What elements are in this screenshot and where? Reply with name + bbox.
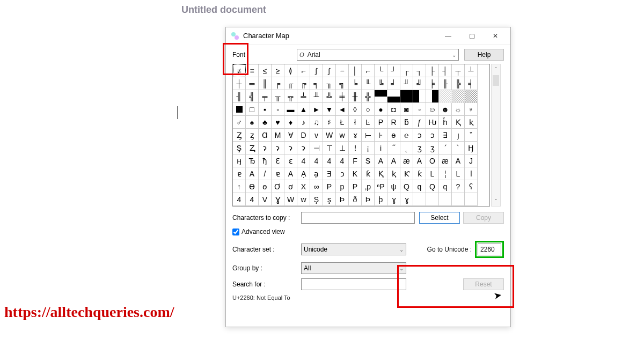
char-cell[interactable]: Ɵ [246,180,259,193]
char-cell[interactable]: 4 [323,154,336,167]
char-cell[interactable]: ▲ [297,103,310,116]
char-cell[interactable] [233,103,246,116]
char-cell[interactable]: ǃ [349,142,362,154]
char-cell[interactable]: ● [375,103,387,116]
char-cell[interactable]: ╕ [310,77,323,90]
char-cell[interactable]: ⌐ [297,64,310,77]
char-cell[interactable]: ⊤ [323,142,336,154]
char-cell[interactable]: ƒ [413,116,426,129]
char-cell[interactable] [310,206,323,207]
char-cell[interactable]: ┬ [452,64,465,77]
char-cell[interactable] [465,193,478,206]
char-cell[interactable]: Ⱪ [375,167,387,180]
char-cell[interactable]: ȷ [452,129,465,142]
char-cell[interactable]: ⱪ [465,116,478,129]
char-cell[interactable] [297,206,310,207]
char-cell[interactable]: ╥ [272,90,284,103]
minimize-button[interactable]: — [436,28,460,44]
char-cell[interactable]: ╞ [426,77,439,90]
char-cell[interactable]: 4 [310,154,323,167]
char-cell[interactable]: ╢ [233,90,246,103]
font-select[interactable]: O Arial ⌄ [297,49,459,61]
char-cell[interactable] [362,206,375,207]
advanced-view-checkbox[interactable] [232,229,239,235]
grid-scrollbar[interactable]: ˄ ˅ [491,64,501,207]
char-cell[interactable]: A [375,154,387,167]
char-cell[interactable]: ɔ [426,129,439,142]
char-cell[interactable]: ╝ [413,77,426,90]
char-cell[interactable] [336,206,349,207]
char-cell[interactable]: ╛ [387,77,400,90]
char-cell[interactable]: ╩ [323,90,336,103]
char-cell[interactable]: þ [375,193,387,206]
char-cell[interactable]: Ӈ [465,142,478,154]
char-cell[interactable]: Ǝ [323,167,336,180]
char-cell[interactable]: R [387,116,400,129]
char-cell[interactable]: q [413,180,426,193]
char-cell[interactable]: ɂ [272,142,284,154]
char-cell[interactable]: ♯ [323,116,336,129]
char-cell[interactable]: ð [349,193,362,206]
char-cell[interactable]: ⁿP [375,180,387,193]
char-cell[interactable]: Q [400,180,413,193]
char-cell[interactable]: W [284,193,297,206]
char-cell[interactable]: L [426,167,439,180]
char-cell[interactable]: ˛ [400,142,413,154]
char-cell[interactable]: ɔ [336,167,349,180]
char-cell[interactable]: S [362,154,375,167]
char-cell[interactable] [426,193,439,206]
char-cell[interactable]: ȟ [439,116,452,129]
char-cell[interactable]: p [336,180,349,193]
char-cell[interactable]: ▪ [259,103,272,116]
char-cell[interactable]: Ơ [272,180,284,193]
char-cell[interactable] [452,193,465,206]
char-cell[interactable]: P [375,116,387,129]
char-cell[interactable] [400,90,413,103]
copy-button[interactable]: Copy [463,212,504,224]
char-cell[interactable]: ɂ [297,142,310,154]
groupby-select[interactable]: All [301,262,406,274]
char-cell[interactable]: ơ [284,180,297,193]
char-cell[interactable] [284,206,297,207]
char-cell[interactable]: ɐ [233,167,246,180]
char-cell[interactable]: ƃ [400,116,413,129]
char-cell[interactable] [259,206,272,207]
char-cell[interactable]: V [259,193,272,206]
char-cell[interactable]: ɐ [272,167,284,180]
char-cell[interactable]: ┤ [439,64,452,77]
char-cell[interactable]: ɂ [284,142,297,154]
char-cell[interactable]: ≠ [233,64,246,77]
char-cell[interactable]: ∫ [323,64,336,77]
char-cell[interactable]: Þ [362,193,375,206]
char-cell[interactable]: ‚p [362,180,375,193]
char-cell[interactable] [246,206,259,207]
scroll-thumb[interactable] [493,75,499,86]
char-cell[interactable]: ȥ [246,129,259,142]
char-cell[interactable]: ╬ [362,90,375,103]
char-cell[interactable]: X [297,180,310,193]
char-cell[interactable]: / [259,167,272,180]
char-cell[interactable]: ╤ [259,90,272,103]
char-cell[interactable]: ▼ [323,103,336,116]
char-cell[interactable]: ? [452,180,465,193]
char-cell[interactable]: ⌐ [362,64,375,77]
char-cell[interactable]: ʕ [465,180,478,193]
char-cell[interactable]: q [439,180,452,193]
char-cell[interactable]: A [413,154,426,167]
char-cell[interactable]: ○ [362,103,375,116]
char-cell[interactable]: ∞ [310,180,323,193]
char-cell[interactable]: ɵ [387,129,400,142]
char-cell[interactable] [375,90,387,103]
char-cell[interactable] [439,90,452,103]
char-cell[interactable]: ʒ [413,142,426,154]
char-cell[interactable]: ≬ [284,64,297,77]
char-cell[interactable]: v [310,129,323,142]
char-cell[interactable]: ⊦ [375,129,387,142]
char-cell[interactable]: 4 [297,154,310,167]
char-cell[interactable]: ╠ [452,77,465,90]
char-cell[interactable]: ☺ [426,103,439,116]
char-cell[interactable]: ┐ [413,64,426,77]
char-cell[interactable]: ∀ [284,129,297,142]
char-cell[interactable]: Ƙ [400,167,413,180]
char-cell[interactable]: ∫ [310,64,323,77]
